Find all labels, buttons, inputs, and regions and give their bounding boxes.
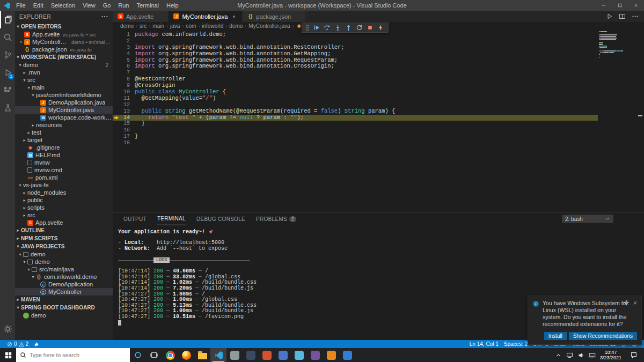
open-editor-app-svelte[interactable]: App.svelte vs-java-fe • src <box>15 31 113 38</box>
code-line-11[interactable]: 11 @GetMapping(value="/") <box>113 95 598 102</box>
menu-run[interactable]: Run <box>114 2 133 9</box>
tree-item-com-infoworld-demo[interactable]: com.infoworld.demo <box>15 273 113 280</box>
code-line-17[interactable]: 17 } <box>113 134 598 140</box>
code-line-18[interactable]: 18 <box>113 140 598 146</box>
code-line-16[interactable]: 16 <box>113 127 598 134</box>
restart-icon[interactable] <box>354 23 364 32</box>
taskbar-firefox[interactable] <box>178 348 194 362</box>
tree-item-test[interactable]: test <box>15 129 113 136</box>
activity-settings[interactable] <box>0 320 15 338</box>
breadcrumb-item-src[interactable]: src <box>140 23 147 29</box>
taskbar-pinned-app-5[interactable] <box>243 348 259 362</box>
step-into-icon[interactable] <box>332 23 343 32</box>
notification-center-icon[interactable] <box>626 348 642 362</box>
tab-mycontroller-java[interactable]: MyController.java <box>169 11 243 22</box>
code-line-14[interactable]: 14 return "test " + (param != null ? par… <box>113 115 598 121</box>
activity-test[interactable] <box>0 99 15 117</box>
breadcrumb-item-mycontroller-java[interactable]: MyController.java <box>248 23 290 29</box>
tree-item-java-com-infoworld-demo[interactable]: java\com\infoworld\demo <box>15 91 113 99</box>
taskbar-search-input[interactable] <box>30 352 121 358</box>
chevron-up-icon[interactable] <box>555 352 562 359</box>
notification-gear-icon[interactable] <box>623 299 630 306</box>
close-icon[interactable] <box>19 40 23 44</box>
tree-item-demo[interactable]: demo <box>15 258 113 265</box>
tree-item-pom-xml[interactable]: pom.xml <box>15 174 113 181</box>
step-out-icon[interactable] <box>343 23 354 32</box>
tree-item-mvn[interactable]: .mvn <box>15 69 113 76</box>
code-editor[interactable]: 1 package com.infoworld.demo; 2 3 import… <box>113 30 644 212</box>
menu-help[interactable]: Help <box>163 2 182 9</box>
step-over-icon[interactable] <box>321 23 332 32</box>
open-editors-header[interactable]: OPEN EDITORS <box>15 23 113 31</box>
install-button[interactable]: Install <box>544 332 567 340</box>
cortana-button[interactable] <box>130 348 146 362</box>
maximize-button[interactable] <box>612 0 628 11</box>
taskbar-file-explorer[interactable] <box>194 348 210 362</box>
task-view-button[interactable] <box>146 348 162 362</box>
open-editor-mycontroller-java[interactable]: MyController.java demo • src\main\java..… <box>15 38 113 46</box>
code-line-15[interactable]: 15 } <box>113 121 598 127</box>
minimize-button[interactable] <box>596 0 612 11</box>
tree-item-mvnw[interactable]: mvnw <box>15 159 113 166</box>
tree-item-vs-java-fe[interactable]: vs-java-fe <box>15 181 113 189</box>
taskbar-chrome[interactable] <box>162 348 178 362</box>
tree-item-demoapplication[interactable]: DemoApplication <box>15 280 113 288</box>
split-editor-icon[interactable] <box>619 13 626 20</box>
activity-search[interactable] <box>0 28 15 46</box>
taskbar-pinned-app-8[interactable] <box>291 348 307 362</box>
breadcrumb-item-demo[interactable]: demo <box>229 23 243 29</box>
tree-item-mycontroller-java[interactable]: MyController.java <box>15 106 113 114</box>
tree-item-src[interactable]: src <box>15 211 113 219</box>
tree-item-src-main-java[interactable]: src/main/java <box>15 265 113 273</box>
drag-handle-icon[interactable] <box>306 25 309 31</box>
tree-item-resources[interactable]: resources <box>15 121 113 129</box>
workspace-header[interactable]: WORKSPACE (WORKSPACE) <box>15 53 113 61</box>
taskbar-pinned-app-9[interactable] <box>307 348 323 362</box>
tree-item-demo[interactable]: demo <box>15 250 113 258</box>
show-recommendations-button[interactable]: Show Recommendations <box>569 332 637 340</box>
tree-item-app-svelte[interactable]: App.svelte <box>15 219 113 226</box>
tree-item-src[interactable]: src <box>15 76 113 84</box>
taskbar-clock[interactable]: 10:47 3/23/2021 <box>600 350 621 360</box>
activity-run-debug[interactable]: 1 <box>0 64 15 82</box>
menu-file[interactable]: File <box>12 2 30 9</box>
tab-app-svelte[interactable]: App.svelte <box>113 11 169 22</box>
open-editor-package-json[interactable]: package.json vs-java-fe <box>15 46 113 53</box>
tree-item-main[interactable]: main <box>15 84 113 91</box>
close-window-button[interactable] <box>628 0 644 11</box>
section-outline[interactable]: OUTLINE <box>15 226 113 234</box>
touch-keyboard-icon[interactable] <box>589 352 596 359</box>
stop-icon[interactable] <box>364 23 375 32</box>
tree-item-demo[interactable]: demo 2 <box>15 61 113 69</box>
tree-item-demo[interactable]: demo <box>15 312 113 319</box>
tree-item-demoapplication-java[interactable]: DemoApplication.java <box>15 99 113 106</box>
breadcrumb-item-main[interactable]: main <box>152 23 164 29</box>
start-button[interactable] <box>0 348 16 362</box>
tree-item-node-modules[interactable]: node_modules <box>15 189 113 196</box>
menu-view[interactable]: View <box>79 2 99 9</box>
activity-explorer[interactable] <box>0 11 15 28</box>
terminal-selector[interactable]: 2: bash <box>562 215 613 223</box>
panel-tab-terminal[interactable]: TERMINAL <box>157 212 186 225</box>
tree-item-target[interactable]: target <box>15 136 113 144</box>
taskbar-vscode[interactable] <box>210 348 226 362</box>
more-actions-icon[interactable] <box>632 13 639 20</box>
status-ln-14-col-1[interactable]: Ln 14, Col 1 <box>467 340 501 348</box>
problems-indicator[interactable]: 0 2 <box>4 340 31 348</box>
close-tab-icon[interactable] <box>231 13 237 20</box>
taskbar-pinned-app-11[interactable] <box>339 348 355 362</box>
taskbar-pinned-app-6[interactable] <box>259 348 275 362</box>
menu-terminal[interactable]: Terminal <box>133 2 163 9</box>
tree-item-gitignore[interactable]: .gitignore <box>15 144 113 151</box>
tree-item-public[interactable]: public <box>15 196 113 204</box>
breadcrumb-item-java[interactable]: java <box>170 23 180 29</box>
tree-item-mycontroller[interactable]: MyController <box>15 288 113 295</box>
hot-code-replace-icon[interactable] <box>375 23 386 32</box>
continue-icon[interactable] <box>311 23 321 32</box>
menu-go[interactable]: Go <box>99 2 115 9</box>
network-icon[interactable] <box>566 352 573 359</box>
code-line-7[interactable]: 7 <box>113 70 598 76</box>
panel-tab-problems[interactable]: PROBLEMS2 <box>256 212 296 225</box>
taskbar-pinned-app-4[interactable] <box>226 348 243 362</box>
activity-source-control[interactable] <box>0 46 15 64</box>
